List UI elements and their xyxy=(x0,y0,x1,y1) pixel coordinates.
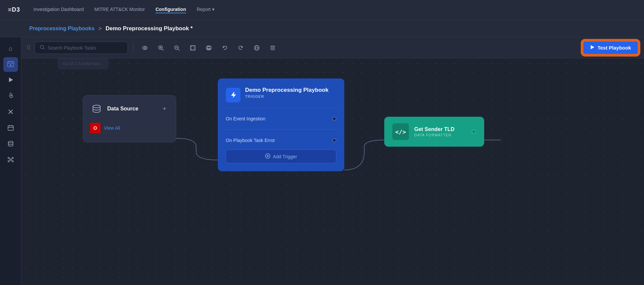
svg-point-12 xyxy=(8,141,13,143)
sidebar-item-plugins[interactable] xyxy=(3,89,18,104)
svg-line-19 xyxy=(11,158,12,159)
search-box[interactable] xyxy=(35,42,128,54)
svg-marker-41 xyxy=(591,45,594,49)
sidebar-item-tools[interactable] xyxy=(3,105,18,120)
nav-mitre-attack[interactable]: MITRE ATT&CK Monitor xyxy=(95,7,145,13)
zoom-in-btn[interactable] xyxy=(155,42,167,54)
data-source-node: Data Source + O View All xyxy=(83,95,176,142)
breadcrumb-current: Demo Preprocessing Playbook * xyxy=(106,25,193,32)
toolbar-separator xyxy=(133,43,134,53)
formatter-title: Get Sender TLD xyxy=(414,126,466,132)
sidebar-item-home[interactable]: ⌂ xyxy=(3,41,18,56)
globe-btn[interactable] xyxy=(251,42,263,54)
print-btn[interactable] xyxy=(203,42,215,54)
trigger-subtitle: TRIGGER xyxy=(245,94,328,98)
database-node-icon xyxy=(90,102,103,115)
calendar-icon xyxy=(7,124,14,133)
trigger-event-ingestion[interactable]: On Event Ingestion xyxy=(226,113,336,124)
svg-point-22 xyxy=(40,45,44,49)
svg-line-18 xyxy=(9,158,10,159)
svg-point-40 xyxy=(271,46,275,47)
svg-rect-34 xyxy=(206,47,211,49)
office365-icon: O xyxy=(90,123,101,133)
svg-point-13 xyxy=(10,159,11,160)
left-sidebar: ⌂ xyxy=(0,37,21,285)
tools-icon xyxy=(7,108,14,117)
svg-line-31 xyxy=(178,49,180,51)
calendar-play-icon xyxy=(7,60,14,69)
data-source-title: Data Source xyxy=(107,106,156,112)
svg-rect-0 xyxy=(8,62,14,67)
nav-report[interactable]: Report ▾ xyxy=(197,7,214,13)
data-source-item: O View All xyxy=(90,121,169,135)
svg-point-36 xyxy=(207,47,208,48)
canvas: Ge ID 2.0 prelim-test... xyxy=(21,59,644,285)
trigger-event-error[interactable]: On Playbook Task Error xyxy=(226,135,336,146)
svg-point-14 xyxy=(8,157,9,159)
main-layout: ⌂ xyxy=(0,37,644,285)
search-input[interactable] xyxy=(48,45,123,51)
sidebar-item-calendar[interactable] xyxy=(3,121,18,136)
nav-items: Investigation Dashboard MITRE ATT&CK Mon… xyxy=(34,7,636,13)
svg-line-23 xyxy=(43,48,45,50)
svg-line-21 xyxy=(11,160,12,161)
svg-line-20 xyxy=(9,160,10,161)
formatter-code-icon: </> xyxy=(392,123,409,140)
nav-investigation-dashboard[interactable]: Investigation Dashboard xyxy=(34,7,84,13)
visibility-btn[interactable] xyxy=(139,42,151,54)
play-triangle-icon xyxy=(590,45,595,51)
breadcrumb-separator: > xyxy=(99,26,102,32)
svg-point-17 xyxy=(12,161,13,162)
svg-marker-5 xyxy=(9,77,13,82)
trigger-node: Demo Preprocessing Playbook TRIGGER On E… xyxy=(218,78,344,171)
play-icon xyxy=(7,76,14,85)
test-playbook-button[interactable]: Test Playbook xyxy=(582,41,639,55)
data-source-add-btn[interactable]: + xyxy=(160,104,169,113)
home-icon: ⌂ xyxy=(9,45,12,52)
trigger-event-error-dot xyxy=(332,138,336,142)
redo-btn[interactable] xyxy=(235,42,247,54)
nav-configuration[interactable]: Configuration xyxy=(156,7,186,13)
canvas-watermark: Ge ID 2.0 prelim-test... xyxy=(58,59,108,69)
trigger-divider-2 xyxy=(226,129,336,130)
sidebar-item-database[interactable] xyxy=(3,137,18,152)
svg-point-15 xyxy=(12,157,13,159)
breadcrumb: Preprocessing Playbooks > Demo Preproces… xyxy=(0,20,644,37)
layers-btn[interactable] xyxy=(267,42,279,54)
add-trigger-btn[interactable]: Add Trigger xyxy=(226,150,336,163)
toolbar: ⠿ xyxy=(21,37,644,59)
svg-point-24 xyxy=(143,46,147,50)
svg-point-25 xyxy=(144,47,146,49)
logo-icon: ≡D3 xyxy=(8,6,20,13)
trigger-divider xyxy=(226,108,336,108)
svg-marker-4 xyxy=(10,64,12,66)
puzzle-icon xyxy=(7,92,14,101)
fit-screen-btn[interactable] xyxy=(187,42,199,54)
svg-point-42 xyxy=(93,105,100,108)
sidebar-item-run[interactable] xyxy=(3,73,18,88)
trigger-lightning-icon xyxy=(226,88,240,102)
sidebar-item-network[interactable] xyxy=(3,153,18,168)
sidebar-item-playbook[interactable] xyxy=(3,57,18,72)
add-trigger-label: Add Trigger xyxy=(273,154,297,159)
breadcrumb-parent[interactable]: Preprocessing Playbooks xyxy=(29,26,95,32)
formatter-subtitle: DATA FORMATTER xyxy=(414,133,466,137)
svg-rect-8 xyxy=(8,126,13,130)
database-icon xyxy=(7,140,14,149)
content-area: ⠿ xyxy=(21,37,644,285)
zoom-out-btn[interactable] xyxy=(171,42,183,54)
logo: ≡D3 xyxy=(8,6,20,13)
top-nav: ≡D3 Investigation Dashboard MITRE ATT&CK… xyxy=(0,0,644,20)
undo-btn[interactable] xyxy=(219,42,231,54)
trigger-event-ingestion-dot xyxy=(332,117,336,121)
svg-point-16 xyxy=(8,161,9,162)
formatter-node: </> Get Sender TLD DATA FORMATTER xyxy=(384,117,484,147)
plus-circle-icon xyxy=(265,153,270,160)
svg-rect-33 xyxy=(190,46,195,50)
trigger-title: Demo Preprocessing Playbook xyxy=(245,86,328,94)
svg-line-27 xyxy=(162,49,164,51)
drag-handle[interactable]: ⠿ xyxy=(27,45,31,51)
network-icon xyxy=(7,156,14,165)
search-icon xyxy=(40,45,45,51)
view-all-link[interactable]: View All xyxy=(104,125,120,131)
